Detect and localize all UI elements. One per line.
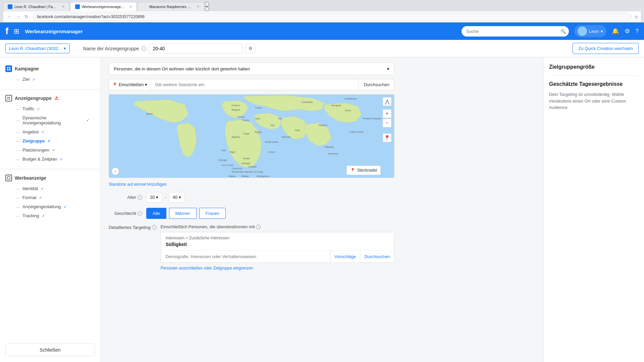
sidebar-item-angebot[interactable]: — Angebot ✓	[5, 127, 95, 136]
kampagne-label: Kampagne	[15, 66, 39, 71]
location-search-input[interactable]	[151, 79, 359, 90]
narrow-link[interactable]: oder Zielgruppe eingrenzen	[204, 266, 253, 270]
platzierungen-label: Platzierungen	[22, 147, 49, 153]
sidebar-item-platzierungen[interactable]: — Platzierungen ✓	[5, 145, 95, 155]
sidebar-item-ziel[interactable]: — Ziel ✓	[5, 75, 95, 84]
sidebar-item-anzeigengestaltung[interactable]: — Anzeigengestaltung ✓	[5, 202, 95, 211]
apps-grid-icon[interactable]: ⊞	[14, 27, 19, 35]
svg-text:Egypt: Egypt	[255, 130, 262, 133]
close-button[interactable]: Schließen	[5, 344, 95, 356]
targeting-suggestions-button[interactable]: Vorschläge	[330, 251, 360, 262]
identitaet-check-icon: ✓	[41, 186, 44, 191]
age-info-icon[interactable]: i	[138, 195, 142, 200]
map-pin-button[interactable]: 📍	[383, 133, 391, 142]
svg-text:Bulgaria: Bulgaria	[231, 109, 240, 111]
map-info-button[interactable]: i	[112, 168, 119, 175]
star-icon: ☆	[634, 14, 638, 19]
adgroup-name-info-icon[interactable]: i	[142, 46, 146, 51]
sidebar-item-identitaet[interactable]: — Identität ✓	[5, 184, 95, 193]
anzeigengruppe-alert-icon: ⚠	[54, 96, 59, 101]
targeting-subtitle-info-icon[interactable]: i	[256, 225, 261, 229]
gender-info-icon[interactable]: i	[138, 211, 142, 216]
forward-button[interactable]: →	[14, 13, 22, 20]
notifications-button[interactable]: 🔔	[612, 27, 619, 35]
browser-tab-2[interactable]: Werbeanzeigenmanager - Cr... ×	[70, 2, 137, 11]
gender-controls: Alle Männer Frauen	[146, 208, 226, 219]
svg-text:Pakistan: Pakistan	[281, 136, 290, 138]
sidebar-anzeigengruppe-header[interactable]: Anzeigengruppe ⚠	[5, 95, 95, 102]
adgroup-settings-button[interactable]: ⚙	[246, 44, 256, 53]
tab-close-1[interactable]: ×	[62, 4, 64, 9]
tracking-check-icon: ✓	[42, 214, 45, 218]
sidebar-werbeanzeige-header[interactable]: Werbeanzeige	[5, 175, 95, 181]
account-selector-button[interactable]: Leon R. Chaudhari (3032... ▾	[5, 44, 70, 53]
help-button[interactable]: ?	[635, 28, 639, 35]
sidebar-item-tracking[interactable]: — Tracking ✓	[5, 211, 95, 220]
tab-close-3[interactable]: ×	[197, 4, 199, 9]
svg-text:Ethiopia: Ethiopia	[241, 162, 250, 165]
map-zoom-out-button[interactable]: −	[383, 119, 391, 127]
content-area: Personen, die in diesem Ort wohnen oder …	[101, 57, 543, 362]
svg-text:Democratic Republic of Congo: Democratic Republic of Congo	[231, 171, 263, 173]
identitaet-dash-icon: —	[16, 187, 20, 191]
stecknadel-button[interactable]: 📍 Stecknadel	[346, 166, 381, 175]
reload-button[interactable]: ↻	[23, 13, 30, 20]
search-input[interactable]	[462, 26, 569, 37]
targeting-search-input[interactable]	[161, 251, 330, 262]
location-include-select[interactable]: 📍 Einschließen ▾	[109, 79, 151, 90]
age-to-select[interactable]: 40 ▾	[169, 192, 185, 202]
sidebar-kampagne-header[interactable]: Kampagne	[5, 65, 95, 72]
budget-label: Budget & Zeitplan	[22, 157, 57, 162]
ziel-dash-icon: —	[16, 77, 20, 81]
location-search-button[interactable]: Durchsuchen	[359, 79, 394, 90]
location-type-dropdown[interactable]: Personen, die in diesem Ort wohnen oder …	[109, 63, 394, 75]
sidebar-item-dynamisch[interactable]: — Dynamische Anzeigengestaltung ✓	[5, 113, 95, 127]
search-button[interactable]: 🔍	[560, 29, 566, 34]
user-menu-button[interactable]: Leon ▾	[574, 25, 606, 37]
sidebar-anzeigengruppe-section: Anzeigengruppe ⚠ — Traffic ✓ — Dynamisch…	[0, 92, 100, 166]
gender-men-button[interactable]: Männer	[169, 208, 197, 219]
location-type-label: Einschließen	[119, 82, 144, 87]
svg-text:Malaysia: Malaysia	[325, 146, 334, 148]
traffic-check-icon: ✓	[37, 107, 40, 111]
tracking-label: Tracking	[22, 213, 39, 218]
browser-tab-3[interactable]: Macarons Raspberries Pastri... ×	[138, 2, 204, 11]
age-from-select[interactable]: 20 ▾	[146, 192, 162, 202]
sidebar-item-zielgruppe[interactable]: — Zielgruppe ✓	[5, 136, 95, 145]
new-tab-button[interactable]: +	[205, 2, 209, 11]
url-bar[interactable]: facebook.com/adsmanager/creation?act=303…	[33, 13, 632, 21]
svg-text:Ivory Coast: Ivory Coast	[222, 164, 233, 167]
locations-add-link[interactable]: Standorte auf einmal hinzufügen	[109, 182, 394, 187]
age-from-value: 20	[150, 195, 155, 200]
exclude-link[interactable]: Personen ausschließen	[161, 266, 203, 270]
age-to-value: 40	[173, 195, 177, 200]
svg-text:Mali: Mali	[222, 149, 226, 152]
location-dropdown-label: Personen, die in diesem Ort wohnen oder …	[114, 66, 250, 71]
browser-tabs: Leon R. Chaudhari | Facebook × Werbeanze…	[3, 2, 641, 11]
tab-close-2[interactable]: ×	[129, 4, 132, 9]
settings-button[interactable]: ⚙	[625, 27, 630, 35]
map-zoom-in-button[interactable]: +	[383, 109, 391, 118]
sidebar-item-format[interactable]: — Format ✓	[5, 193, 95, 202]
sidebar-item-budget[interactable]: — Budget & Zeitplan ✓	[5, 155, 95, 164]
svg-text:Yemen: Yemen	[268, 151, 275, 153]
map-collapse-button[interactable]: ⋀	[383, 97, 391, 106]
targeting-label-text: Detailliertes Targeting	[109, 225, 151, 230]
gender-all-button[interactable]: Alle	[146, 208, 166, 219]
sidebar-item-traffic[interactable]: — Traffic ✓	[5, 104, 95, 113]
svg-text:France: France	[231, 104, 240, 107]
svg-text:China: China	[345, 109, 351, 112]
svg-text:Thailand: Thailand	[318, 124, 327, 126]
svg-text:Libya: Libya	[243, 132, 250, 135]
adgroup-name-input[interactable]	[149, 44, 243, 54]
content-inner: Personen, die in diesem Ort wohnen oder …	[101, 57, 402, 281]
user-name: Leon	[589, 29, 599, 34]
targeting-info-icon[interactable]: i	[152, 225, 157, 230]
location-dropdown-chevron-icon: ▾	[387, 66, 389, 71]
back-button[interactable]: ←	[6, 13, 13, 20]
gender-women-button[interactable]: Frauen	[199, 208, 226, 219]
svg-text:Saudi Arabia: Saudi Arabia	[265, 141, 278, 143]
browser-tab-1[interactable]: Leon R. Chaudhari | Facebook ×	[3, 2, 69, 11]
quick-create-button[interactable]: Zu Quick Creation wechseln	[573, 43, 639, 54]
targeting-search-button[interactable]: Durchsuchen	[360, 251, 394, 262]
